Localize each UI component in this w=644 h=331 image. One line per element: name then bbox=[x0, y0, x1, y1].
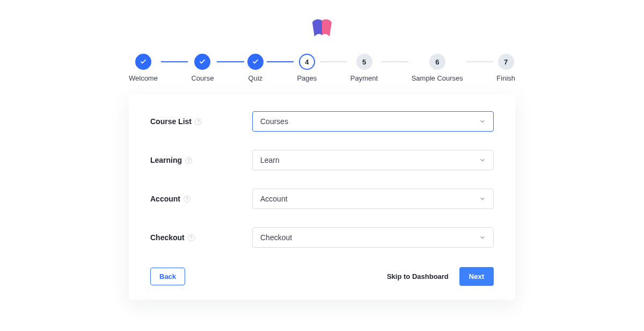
step-connector bbox=[466, 61, 494, 62]
chevron-down-icon bbox=[479, 157, 486, 163]
help-icon[interactable]: ? bbox=[185, 157, 192, 164]
check-icon bbox=[194, 54, 210, 70]
step-connector bbox=[217, 61, 244, 62]
row-account: Account ? Account bbox=[150, 189, 494, 209]
next-button[interactable]: Next bbox=[459, 267, 494, 286]
step-finish[interactable]: 7 Finish bbox=[496, 54, 515, 82]
row-learning: Learning ? Learn bbox=[150, 150, 494, 170]
step-welcome[interactable]: Welcome bbox=[129, 54, 158, 82]
field-label-wrap: Account ? bbox=[150, 195, 252, 203]
step-course[interactable]: Course bbox=[191, 54, 214, 82]
row-checkout: Checkout ? Checkout bbox=[150, 227, 494, 248]
chevron-down-icon bbox=[479, 196, 486, 202]
chevron-down-icon bbox=[479, 234, 486, 241]
step-label: Quiz bbox=[248, 74, 263, 82]
help-icon[interactable]: ? bbox=[184, 196, 191, 203]
step-number: 4 bbox=[299, 54, 315, 70]
check-icon bbox=[135, 54, 151, 70]
step-label: Payment bbox=[350, 74, 378, 82]
app-logo bbox=[309, 15, 335, 41]
field-label: Checkout bbox=[150, 233, 185, 242]
select-value: Account bbox=[260, 195, 288, 203]
step-connector bbox=[161, 61, 188, 62]
field-label-wrap: Learning ? bbox=[150, 156, 252, 164]
step-quiz[interactable]: Quiz bbox=[247, 54, 264, 82]
step-label: Sample Courses bbox=[412, 74, 463, 82]
stepper: Welcome Course Quiz 4 Pages 5 Payment 6 … bbox=[129, 54, 515, 82]
select-value: Learn bbox=[260, 156, 280, 164]
step-pages[interactable]: 4 Pages bbox=[297, 54, 317, 82]
field-label-wrap: Course List ? bbox=[150, 117, 252, 126]
step-label: Course bbox=[191, 74, 214, 82]
footer-right: Skip to Dashboard Next bbox=[387, 267, 494, 286]
account-select[interactable]: Account bbox=[252, 189, 494, 209]
step-label: Pages bbox=[297, 74, 317, 82]
help-icon[interactable]: ? bbox=[188, 234, 195, 241]
chevron-down-icon bbox=[479, 118, 486, 125]
check-icon bbox=[247, 54, 264, 70]
step-number: 5 bbox=[356, 54, 372, 70]
course-list-select[interactable]: Courses bbox=[252, 111, 494, 132]
back-button[interactable]: Back bbox=[150, 268, 185, 285]
step-connector bbox=[320, 61, 347, 62]
step-number: 7 bbox=[498, 54, 514, 70]
checkout-select[interactable]: Checkout bbox=[252, 227, 494, 248]
field-label-wrap: Checkout ? bbox=[150, 233, 252, 242]
step-label: Finish bbox=[496, 74, 515, 82]
select-value: Courses bbox=[260, 117, 288, 126]
row-course-list: Course List ? Courses bbox=[150, 111, 494, 132]
step-number: 6 bbox=[429, 54, 445, 70]
field-label: Account bbox=[150, 195, 180, 203]
step-connector bbox=[267, 61, 294, 62]
step-sample-courses[interactable]: 6 Sample Courses bbox=[412, 54, 463, 82]
learning-select[interactable]: Learn bbox=[252, 150, 494, 170]
step-label: Welcome bbox=[129, 74, 158, 82]
select-value: Checkout bbox=[260, 233, 292, 242]
help-icon[interactable]: ? bbox=[195, 118, 202, 125]
field-label: Course List bbox=[150, 117, 192, 126]
step-connector bbox=[381, 61, 408, 62]
field-label: Learning bbox=[150, 156, 182, 164]
form-panel: Course List ? Courses Learning ? Learn A… bbox=[129, 94, 515, 300]
panel-footer: Back Skip to Dashboard Next bbox=[150, 267, 494, 286]
skip-link[interactable]: Skip to Dashboard bbox=[387, 272, 449, 280]
step-payment[interactable]: 5 Payment bbox=[350, 54, 378, 82]
